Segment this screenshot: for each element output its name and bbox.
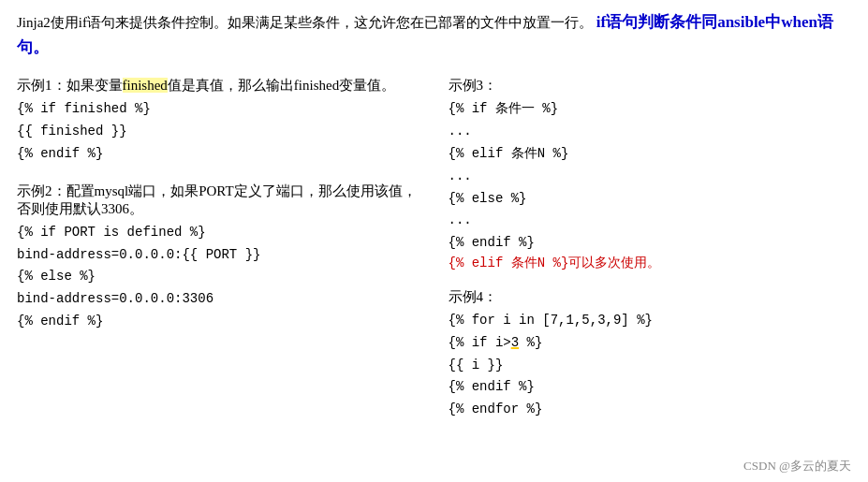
example4-line5: {% endfor %}	[449, 399, 852, 421]
intro-paragraph: Jinja2使用if语句来提供条件控制。如果满足某些条件，这允许您在已部署的文件…	[17, 9, 851, 60]
example4-line4: {% endif %}	[449, 376, 852, 399]
example2-line3: {% else %}	[17, 266, 420, 288]
intro-normal-text: Jinja2使用if语句来提供条件控制。如果满足某些条件，这允许您在已部署的文件…	[17, 15, 593, 30]
example4-title: 示例4：	[449, 288, 852, 306]
example2-title: 示例2：配置mysql端口，如果PORT定义了端口，那么使用该值，否则使用默认3…	[17, 183, 420, 218]
example1-code-line3: {% endif %}	[17, 143, 420, 166]
example1-title: 示例1：如果变量finished值是真值，那么输出finished变量值。	[17, 77, 420, 95]
example3-line7: {% endif %}	[449, 232, 852, 255]
example4-block: 示例4： {% for i in [7,1,5,3,9] %} {% if i>…	[449, 288, 852, 421]
example3-line2: ...	[449, 121, 852, 143]
main-content: 示例1：如果变量finished值是真值，那么输出finished变量值。 {%…	[17, 77, 851, 438]
watermark: CSDN @多云的夏天	[743, 458, 851, 475]
example2-block: 示例2：配置mysql端口，如果PORT定义了端口，那么使用该值，否则使用默认3…	[17, 183, 420, 333]
example3-line1: {% if 条件一 %}	[449, 98, 852, 121]
example4-code: {% for i in [7,1,5,3,9] %} {% if i>3 %} …	[449, 310, 852, 421]
example1-code: {% if finished %} {{ finished }} {% endi…	[17, 98, 420, 165]
example3-code: {% if 条件一 %} ... {% elif 条件N %} ... {% e…	[449, 98, 852, 255]
example3-note: {% elif 条件N %}可以多次使用。	[449, 255, 852, 271]
example3-title: 示例3：	[449, 77, 852, 95]
example4-line2: {% if i>3 %}	[449, 332, 852, 355]
example3-line5: {% else %}	[449, 188, 852, 211]
example2-code: {% if PORT is defined %} bind-address=0.…	[17, 222, 420, 333]
example3-block: 示例3： {% if 条件一 %} ... {% elif 条件N %} ...…	[449, 77, 852, 271]
example3-line6: ...	[449, 210, 852, 232]
underline-3: 3	[511, 335, 519, 350]
example2-line4: bind-address=0.0.0.0:3306	[17, 288, 420, 311]
finished-highlight: finished	[123, 78, 168, 93]
example2-line5: {% endif %}	[17, 311, 420, 333]
intro-text: Jinja2使用if语句来提供条件控制。如果满足某些条件，这允许您在已部署的文件…	[17, 9, 851, 60]
example2-line1: {% if PORT is defined %}	[17, 222, 420, 244]
example3-line4: ...	[449, 166, 852, 188]
example3-line3: {% elif 条件N %}	[449, 143, 852, 166]
example1-block: 示例1：如果变量finished值是真值，那么输出finished变量值。 {%…	[17, 77, 420, 165]
example1-code-line1: {% if finished %}	[17, 98, 420, 121]
right-column: 示例3： {% if 条件一 %} ... {% elif 条件N %} ...…	[449, 77, 852, 438]
example2-line2: bind-address=0.0.0.0:{{ PORT }}	[17, 244, 420, 267]
left-column: 示例1：如果变量finished值是真值，那么输出finished变量值。 {%…	[17, 77, 420, 438]
example4-line1: {% for i in [7,1,5,3,9] %}	[449, 310, 852, 332]
example1-code-line2: {{ finished }}	[17, 121, 420, 143]
example4-line3: {{ i }}	[449, 355, 852, 377]
